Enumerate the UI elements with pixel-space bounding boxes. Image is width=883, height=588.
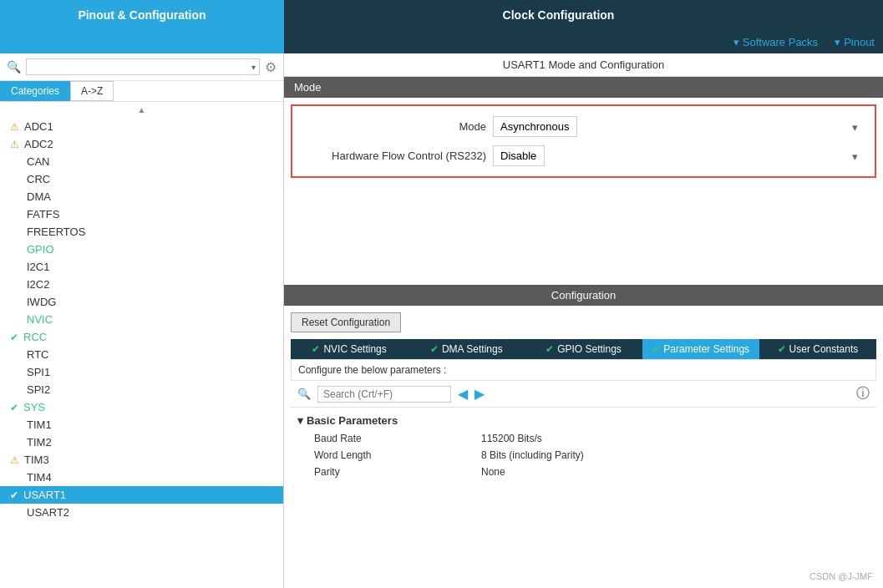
- sidebar-item-label: CAN: [27, 155, 49, 168]
- sidebar-item-label: ADC2: [24, 138, 53, 150]
- sidebar-item-label: TIM4: [27, 471, 52, 484]
- sub-header-right: ▾ Software Packs ▾ Pinout: [284, 30, 883, 53]
- sidebar-item-iwdg[interactable]: IWDG: [0, 293, 283, 311]
- config-tabs: ✔ NVIC Settings✔ DMA Settings✔ GPIO Sett…: [291, 339, 876, 359]
- config-header: Configuration: [284, 285, 883, 306]
- sidebar-item-adc2[interactable]: ⚠ADC2: [0, 135, 283, 153]
- config-search-bar: 🔍 ◀ ▶ ⓘ: [291, 381, 876, 408]
- chevron-down-icon: ▾: [733, 36, 739, 48]
- param-name: Word Length: [314, 449, 481, 461]
- tab-check-icon: ✔: [312, 343, 320, 355]
- sidebar-item-label: IWDG: [27, 296, 56, 308]
- config-body: Reset Configuration ✔ NVIC Settings✔ DMA…: [284, 306, 883, 588]
- config-tab-dma-settings[interactable]: ✔ DMA Settings: [408, 339, 525, 359]
- tab-label: DMA Settings: [442, 343, 503, 355]
- software-packs-menu[interactable]: ▾ Software Packs: [733, 36, 818, 48]
- sidebar-item-label: USART1: [23, 489, 66, 501]
- sidebar-item-label: RTC: [27, 348, 48, 361]
- sidebar-item-label: NVIC: [27, 313, 53, 326]
- hw-flow-label: Hardware Flow Control (RS232): [302, 150, 486, 162]
- sidebar-item-label: CRC: [27, 173, 50, 185]
- tab-label: NVIC Settings: [323, 343, 386, 355]
- sidebar-item-freertos[interactable]: FREERTOS: [0, 223, 283, 241]
- search-input[interactable]: [30, 61, 251, 73]
- sidebar-item-sys[interactable]: ✔SYS: [0, 398, 283, 416]
- warn-icon: ⚠: [10, 139, 19, 150]
- config-tab-parameter-settings[interactable]: ✔ Parameter Settings: [642, 339, 759, 359]
- hw-flow-select[interactable]: Disable: [493, 145, 545, 166]
- warn-icon: ⚠: [10, 121, 19, 133]
- pinout-config-header: Pinout & Configuration: [0, 0, 284, 30]
- sub-header-left: [0, 30, 284, 53]
- pinout-menu[interactable]: ▾ Pinout: [835, 36, 875, 48]
- sidebar-item-usart1[interactable]: ✔USART1: [0, 486, 283, 504]
- mode-body: Mode Asynchronous Hardware Flow Control …: [291, 104, 876, 178]
- sidebar-item-i2c2[interactable]: I2C2: [0, 276, 283, 293]
- sidebar-item-spi2[interactable]: SPI2: [0, 381, 283, 398]
- tab-categories[interactable]: Categories: [0, 81, 70, 101]
- sidebar-item-adc1[interactable]: ⚠ADC1: [0, 118, 283, 135]
- sidebar-item-label: DMA: [27, 190, 51, 203]
- warn-icon: ⚠: [10, 454, 19, 466]
- params-section: ▾ Basic Parameters Baud Rate115200 Bits/…: [291, 408, 876, 484]
- sidebar-item-label: SPI1: [27, 366, 50, 378]
- mode-select-wrapper: Asynchronous: [493, 116, 865, 137]
- tab-label: GPIO Settings: [557, 343, 622, 355]
- sidebar-item-can[interactable]: CAN: [0, 153, 283, 170]
- sidebar-item-spi1[interactable]: SPI1: [0, 363, 283, 381]
- watermark: CSDN @J-JMF: [809, 571, 873, 581]
- sidebar-item-label: RCC: [23, 331, 47, 343]
- param-name: Baud Rate: [314, 433, 481, 444]
- search-input-wrapper: ▾: [26, 58, 260, 75]
- sidebar-item-rtc[interactable]: RTC: [0, 346, 283, 363]
- sidebar-search-bar: 🔍 ▾ ⚙: [0, 53, 283, 81]
- config-info-bar: Configure the below parameters :: [291, 359, 876, 381]
- sidebar-expand-arrow[interactable]: ▲: [0, 102, 283, 118]
- sidebar-item-tim1[interactable]: TIM1: [0, 416, 283, 433]
- sidebar-item-fatfs[interactable]: FATFS: [0, 205, 283, 223]
- sidebar-item-nvic[interactable]: NVIC: [0, 311, 283, 328]
- param-name: Parity: [314, 466, 481, 478]
- sidebar-item-label: TIM1: [27, 418, 52, 431]
- sidebar-item-gpio[interactable]: GPIO: [0, 241, 283, 258]
- gear-icon[interactable]: ⚙: [265, 59, 277, 75]
- hw-flow-row: Hardware Flow Control (RS232) Disable: [302, 145, 865, 166]
- sidebar-item-label: FREERTOS: [27, 226, 85, 238]
- config-tab-nvic-settings[interactable]: ✔ NVIC Settings: [291, 339, 408, 359]
- sidebar-item-usart2[interactable]: USART2: [0, 504, 283, 521]
- sidebar-item-label: USART2: [27, 506, 69, 519]
- main-content: USART1 Mode and Configuration Mode Mode …: [284, 53, 883, 588]
- clock-config-header[interactable]: Clock Configuration: [284, 0, 833, 30]
- sidebar-item-tim3[interactable]: ⚠TIM3: [0, 451, 283, 469]
- mode-section: Mode Mode Asynchronous Hardware Flow Con…: [284, 77, 883, 285]
- config-tab-user-constants[interactable]: ✔ User Constants: [759, 339, 876, 359]
- tab-az[interactable]: A->Z: [70, 81, 114, 101]
- tab-check-icon: ✔: [652, 343, 660, 355]
- search-icon: 🔍: [7, 60, 21, 74]
- sidebar-item-crc[interactable]: CRC: [0, 170, 283, 188]
- config-search-input[interactable]: [317, 386, 451, 403]
- tab-check-icon: ✔: [546, 343, 554, 355]
- sidebar-item-label: ADC1: [24, 120, 53, 133]
- info-icon[interactable]: ⓘ: [856, 385, 870, 403]
- nav-prev-icon[interactable]: ◀: [458, 386, 468, 402]
- sidebar-item-tim2[interactable]: TIM2: [0, 433, 283, 451]
- config-section: Configuration Reset Configuration ✔ NVIC…: [284, 285, 883, 588]
- sidebar-item-tim4[interactable]: TIM4: [0, 469, 283, 486]
- mode-select[interactable]: Asynchronous: [493, 116, 577, 137]
- header-right-spacer: [833, 0, 883, 30]
- sidebar-list: ⚠ADC1⚠ADC2CANCRCDMAFATFSFREERTOSGPIOI2C1…: [0, 118, 283, 588]
- sidebar-item-i2c1[interactable]: I2C1: [0, 258, 283, 276]
- sidebar-item-dma[interactable]: DMA: [0, 188, 283, 205]
- sidebar: 🔍 ▾ ⚙ Categories A->Z ▲ ⚠ADC1⚠ADC2CANCRC…: [0, 53, 284, 588]
- params-rows: Baud Rate115200 Bits/sWord Length8 Bits …: [297, 430, 870, 480]
- sidebar-item-label: TIM2: [27, 436, 52, 449]
- sidebar-item-rcc[interactable]: ✔RCC: [0, 328, 283, 346]
- param-value: None: [481, 466, 505, 478]
- mode-row-mode: Mode Asynchronous: [302, 116, 865, 137]
- config-tab-gpio-settings[interactable]: ✔ GPIO Settings: [525, 339, 642, 359]
- nav-next-icon[interactable]: ▶: [474, 386, 485, 402]
- tab-check-icon: ✔: [430, 343, 439, 355]
- reset-config-button[interactable]: Reset Configuration: [291, 312, 401, 332]
- search-icon-small: 🔍: [297, 388, 311, 400]
